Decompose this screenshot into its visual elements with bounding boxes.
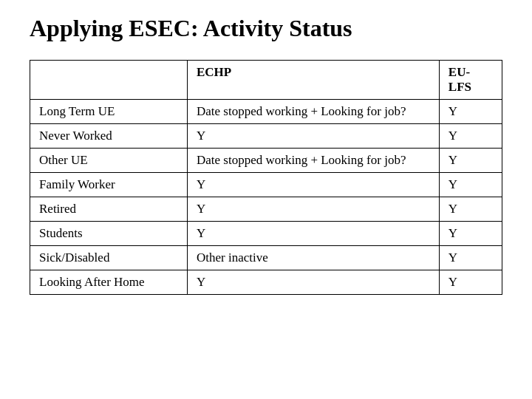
row-label: Other UE — [30, 149, 188, 173]
row-label: Sick/Disabled — [30, 246, 188, 270]
header-echp: ECHP — [188, 61, 440, 100]
row-label: Family Worker — [30, 173, 188, 197]
table-row: Other UEDate stopped working + Looking f… — [30, 149, 502, 173]
row-lfs: Y — [439, 197, 502, 222]
row-echp: Other inactive — [188, 246, 440, 270]
row-lfs: Y — [439, 173, 502, 197]
row-lfs: Y — [439, 100, 502, 124]
row-label: Looking After Home — [30, 270, 188, 295]
row-lfs: Y — [439, 222, 502, 246]
row-label: Retired — [30, 197, 188, 222]
row-lfs: Y — [439, 149, 502, 173]
row-echp: Y — [188, 124, 440, 149]
table-row: Never WorkedYY — [30, 124, 502, 149]
activity-status-table: ECHP EU-LFS Long Term UEDate stopped wor… — [30, 60, 502, 295]
row-label: Never Worked — [30, 124, 188, 149]
row-lfs: Y — [439, 124, 502, 149]
header-lfs: EU-LFS — [439, 61, 502, 100]
row-label: Long Term UE — [30, 100, 188, 124]
row-echp: Y — [188, 270, 440, 295]
row-echp: Y — [188, 222, 440, 246]
table-row: StudentsYY — [30, 222, 502, 246]
row-echp: Date stopped working + Looking for job? — [188, 100, 440, 124]
table-row: Looking After HomeYY — [30, 270, 502, 295]
table-row: Family WorkerYY — [30, 173, 502, 197]
table-row: RetiredYY — [30, 197, 502, 222]
row-echp: Date stopped working + Looking for job? — [188, 149, 440, 173]
page-title: Applying ESEC: Activity Status — [30, 15, 352, 42]
row-lfs: Y — [439, 270, 502, 295]
row-lfs: Y — [439, 246, 502, 270]
header-label — [30, 61, 188, 100]
row-echp: Y — [188, 197, 440, 222]
row-echp: Y — [188, 173, 440, 197]
row-label: Students — [30, 222, 188, 246]
table-row: Long Term UEDate stopped working + Looki… — [30, 100, 502, 124]
table-row: Sick/DisabledOther inactiveY — [30, 246, 502, 270]
